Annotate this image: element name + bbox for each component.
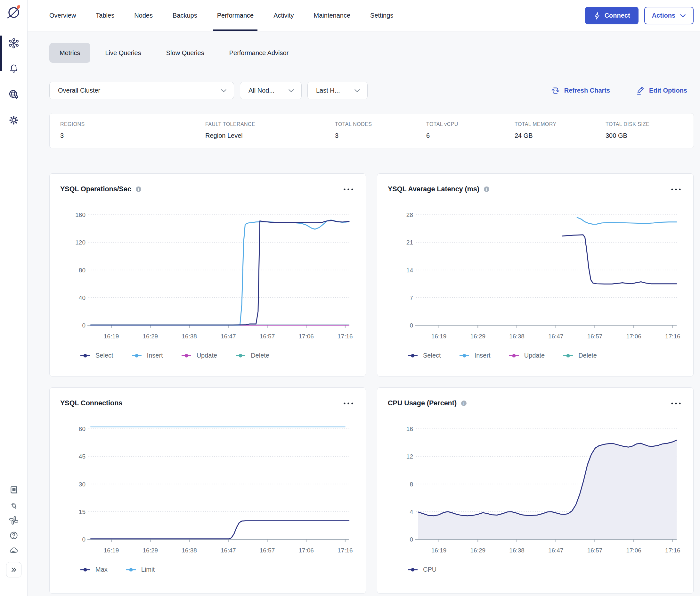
legend-swatch: [182, 354, 191, 357]
sidebar-divider: [7, 476, 21, 476]
sidebar: [0, 0, 28, 596]
stat-label: TOTAL NODES: [335, 121, 426, 127]
legend-item-delete[interactable]: Delete: [236, 352, 269, 359]
slack-icon[interactable]: [9, 516, 19, 525]
svg-text:60: 60: [79, 425, 85, 432]
stat-total-vcpu: TOTAL vCPU6: [426, 121, 515, 148]
legend-label: Insert: [147, 352, 163, 359]
svg-text:16:57: 16:57: [260, 333, 275, 340]
stat-fault-tolerance: FAULT TOLERANCERegion Level: [205, 121, 335, 148]
stat-value: 3: [335, 132, 426, 140]
stat-value: Region Level: [205, 132, 335, 140]
chart-title: YSQL Connections: [60, 399, 122, 407]
subtab-slow-queries[interactable]: Slow Queries: [156, 43, 214, 63]
help-question-icon[interactable]: [9, 531, 19, 540]
chart-title: CPU Usage (Percent): [388, 399, 457, 407]
chart-card-ysql-latency: YSQL Average Latency (ms) i 0714212816:1…: [377, 173, 694, 376]
cluster-stats-bar: REGIONS3FAULT TOLERANCERegion LevelTOTAL…: [49, 113, 694, 148]
chart-menu-button[interactable]: [342, 185, 355, 193]
settings-gear-icon[interactable]: [8, 115, 19, 126]
legend-item-max[interactable]: Max: [80, 566, 108, 573]
legend-item-update[interactable]: Update: [182, 352, 217, 359]
svg-text:16:38: 16:38: [509, 333, 524, 340]
expand-sidebar-button[interactable]: [6, 562, 22, 577]
nodes-select[interactable]: All Nod...: [240, 82, 302, 99]
svg-text:7: 7: [410, 295, 413, 301]
network-globe-gear-icon[interactable]: [8, 89, 19, 100]
legend-label: Select: [423, 352, 441, 359]
performance-subtabs: MetricsLive QueriesSlow QueriesPerforman…: [49, 43, 694, 63]
tab-activity[interactable]: Activity: [269, 0, 297, 31]
info-icon[interactable]: i: [135, 186, 142, 193]
stat-label: TOTAL vCPU: [426, 121, 515, 127]
legend-item-insert[interactable]: Insert: [460, 352, 491, 359]
legend-item-limit[interactable]: Limit: [126, 566, 155, 573]
clusters-icon[interactable]: [8, 38, 19, 49]
legend-swatch: [408, 568, 418, 572]
svg-text:0: 0: [82, 322, 85, 329]
svg-text:16:47: 16:47: [548, 333, 564, 340]
chart-menu-button[interactable]: [669, 185, 683, 193]
chart-menu-button[interactable]: [342, 400, 355, 407]
docs-book-icon[interactable]: [9, 486, 19, 495]
tab-overview[interactable]: Overview: [46, 0, 80, 31]
legend-label: Select: [96, 352, 113, 359]
cluster-scope-select[interactable]: Overall Cluster: [49, 82, 234, 99]
stat-value: 3: [60, 132, 205, 140]
subtab-live-queries[interactable]: Live Queries: [95, 43, 151, 63]
nav-tabs: OverviewTablesNodesBackupsPerformanceAct…: [46, 0, 397, 31]
alerts-bell-icon[interactable]: [8, 64, 19, 74]
svg-text:16:57: 16:57: [587, 547, 603, 554]
svg-text:16:19: 16:19: [104, 333, 119, 340]
connect-button[interactable]: Connect: [585, 7, 639, 24]
yugabyte-logo[interactable]: [5, 3, 22, 21]
chart-title: YSQL Average Latency (ms): [388, 185, 479, 193]
legend-item-insert[interactable]: Insert: [132, 352, 163, 359]
cluster-top-nav: OverviewTablesNodesBackupsPerformanceAct…: [28, 0, 700, 31]
subtab-metrics[interactable]: Metrics: [49, 43, 90, 63]
stat-value: 24 GB: [515, 132, 605, 140]
svg-text:16:47: 16:47: [548, 547, 564, 554]
svg-text:14: 14: [406, 267, 413, 274]
legend-swatch: [236, 354, 245, 357]
svg-text:16:38: 16:38: [509, 547, 524, 554]
info-icon[interactable]: i: [483, 186, 490, 193]
tab-performance[interactable]: Performance: [213, 0, 258, 31]
cloud-status-icon[interactable]: [9, 546, 19, 555]
legend-item-select[interactable]: Select: [408, 352, 441, 359]
edit-options-link[interactable]: Edit Options: [636, 86, 687, 95]
legend-item-select[interactable]: Select: [80, 352, 113, 359]
legend-label: Update: [524, 352, 545, 359]
time-range-select[interactable]: Last H...: [307, 82, 368, 99]
legend-swatch: [132, 354, 141, 357]
stat-label: REGIONS: [60, 121, 205, 127]
legend-item-cpu[interactable]: CPU: [408, 566, 437, 573]
actions-button[interactable]: Actions: [644, 7, 694, 24]
svg-text:i: i: [486, 187, 487, 192]
tab-settings[interactable]: Settings: [366, 0, 397, 31]
svg-text:40: 40: [79, 295, 85, 301]
tab-tables[interactable]: Tables: [92, 0, 118, 31]
tab-backups[interactable]: Backups: [169, 0, 201, 31]
refresh-charts-link[interactable]: Refresh Charts: [551, 86, 610, 95]
chart-card-ysql-connections: YSQL Connections 01530456016:1916:2916:3…: [49, 388, 366, 594]
chart-card-cpu-usage: CPU Usage (Percent) i 048121616:1916:291…: [377, 388, 694, 594]
chevron-down-icon: [221, 89, 227, 93]
svg-text:16: 16: [406, 425, 413, 432]
tab-nodes[interactable]: Nodes: [130, 0, 157, 31]
stat-value: 300 GB: [605, 132, 694, 140]
chart-legend: CPU: [377, 566, 693, 573]
integrations-plug-icon[interactable]: [9, 500, 19, 510]
chart-legend: SelectInsertUpdateDelete: [377, 352, 693, 359]
svg-text:30: 30: [79, 481, 85, 488]
legend-label: Delete: [251, 352, 269, 359]
svg-text:12: 12: [406, 453, 413, 460]
legend-item-delete[interactable]: Delete: [563, 352, 597, 359]
subtab-performance-advisor[interactable]: Performance Advisor: [219, 43, 299, 63]
info-icon[interactable]: i: [461, 400, 467, 407]
legend-item-update[interactable]: Update: [509, 352, 545, 359]
tab-maintenance[interactable]: Maintenance: [310, 0, 355, 31]
chart-card-ysql-operations: YSQL Operations/Sec i 0408012016016:1916…: [49, 173, 366, 376]
chart-menu-button[interactable]: [669, 400, 683, 407]
svg-text:16:57: 16:57: [260, 547, 275, 554]
